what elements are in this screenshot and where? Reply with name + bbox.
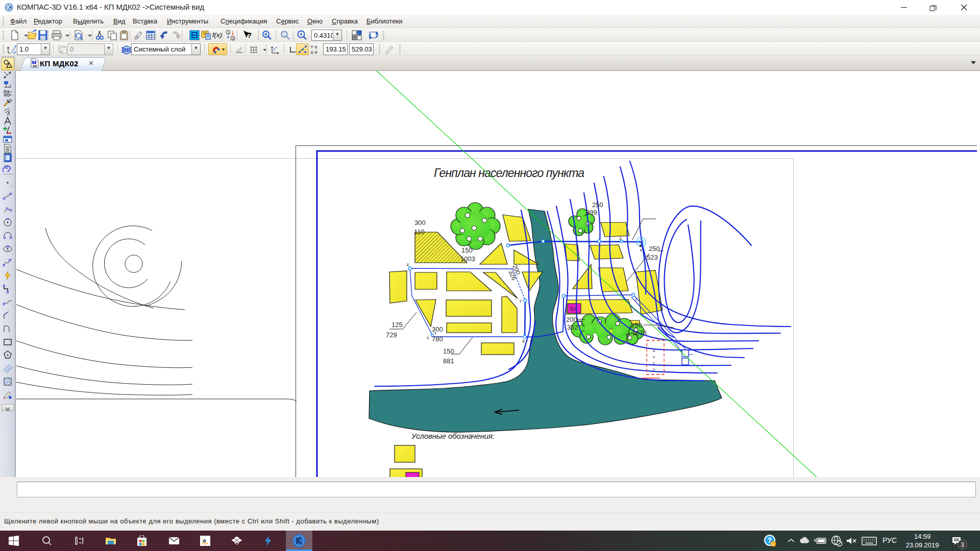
- svg-text:Y: Y: [310, 44, 313, 49]
- svg-text:i: i: [772, 542, 774, 547]
- svg-text:4: 4: [406, 262, 409, 267]
- svg-text:2: 2: [619, 236, 622, 241]
- svg-text:1: 1: [227, 30, 230, 35]
- svg-text:250: 250: [592, 201, 603, 209]
- svg-text:999: 999: [586, 209, 597, 216]
- svg-text:780: 780: [432, 335, 443, 343]
- svg-text:с: с: [653, 361, 655, 365]
- svg-text:1: 1: [635, 296, 638, 302]
- svg-text:?: ?: [247, 31, 252, 39]
- svg-text:110: 110: [414, 228, 425, 236]
- svg-text:1003: 1003: [460, 255, 475, 263]
- svg-text:a: a: [203, 536, 206, 544]
- svg-text:250: 250: [649, 245, 660, 253]
- svg-text:125: 125: [391, 321, 403, 329]
- svg-text:729: 729: [386, 331, 397, 339]
- svg-text:Условные обозначения:: Условные обозначения:: [411, 432, 495, 440]
- svg-text:X: X: [310, 50, 313, 55]
- svg-text:8: 8: [522, 339, 525, 344]
- svg-text:а: а: [653, 348, 655, 353]
- svg-text:о: о: [653, 367, 655, 371]
- svg-text:200: 200: [566, 316, 577, 323]
- svg-text:f(x): f(x): [212, 31, 222, 39]
- svg-text:150: 150: [461, 246, 473, 254]
- svg-text:352: 352: [567, 323, 578, 331]
- svg-text:250: 250: [631, 321, 642, 329]
- svg-text:s: s: [427, 335, 429, 340]
- svg-text:2: 2: [232, 36, 234, 41]
- svg-text:о: о: [653, 355, 655, 359]
- svg-text:523: 523: [647, 254, 658, 261]
- svg-text:300: 300: [414, 219, 426, 227]
- svg-text:7: 7: [519, 299, 522, 304]
- svg-text:300: 300: [432, 325, 443, 333]
- svg-text:1676: 1676: [632, 329, 647, 337]
- svg-text:150: 150: [443, 347, 454, 355]
- svg-text:881: 881: [443, 357, 454, 365]
- svg-text:Генплан населенного пункта: Генплан населенного пункта: [434, 166, 584, 180]
